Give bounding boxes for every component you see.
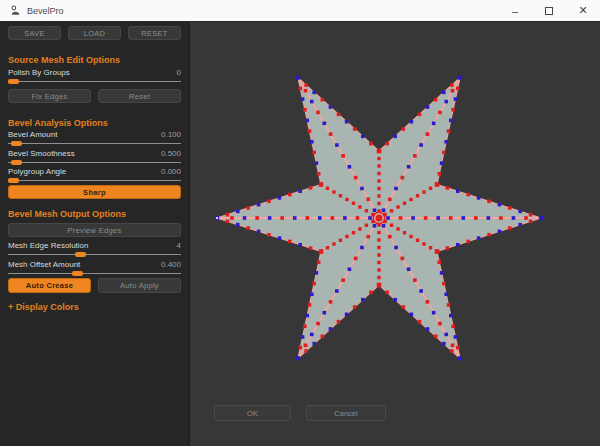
close-button[interactable]: ✕ [566, 0, 600, 21]
polygroup-angle-label: Polygroup Angle [8, 167, 66, 177]
file-button-row: SAVE LOAD RESET [8, 26, 181, 40]
window-title: BevelPro [27, 6, 64, 16]
bevel-smoothness-slider[interactable] [8, 159, 181, 167]
bevel-smoothness-value: 0.500 [161, 149, 181, 159]
section-title-source-mesh: Source Mesh Edit Options [8, 55, 181, 65]
polish-by-groups-label-row: Polish By Groups 0 [8, 68, 181, 78]
polygroup-angle-label-row: Polygroup Angle 0.000 [8, 167, 181, 177]
star-mesh-preview[interactable] [190, 22, 600, 446]
reset-button[interactable]: RESET [128, 26, 181, 40]
app-icon [10, 5, 21, 16]
polygroup-angle-slider[interactable] [8, 177, 181, 185]
polish-by-groups-value: 0 [177, 68, 181, 78]
mesh-offset-amount-value: 0.400 [161, 260, 181, 270]
section-title-bevel-output: Bevel Mesh Output Options [8, 209, 181, 219]
ok-button[interactable]: OK [214, 405, 291, 421]
maximize-icon [545, 7, 553, 15]
slider-handle[interactable] [11, 141, 22, 146]
auto-apply-button[interactable]: Auto Apply [98, 278, 181, 293]
preview-edges-button[interactable]: Preview Edges [8, 223, 181, 237]
titlebar: BevelPro – ✕ [0, 0, 600, 22]
edit-button-row: Fix Edges Reset [8, 89, 181, 103]
load-button[interactable]: LOAD [68, 26, 121, 40]
bevel-amount-label-row: Bevel Amount 0.100 [8, 130, 181, 140]
mesh-offset-amount-label-row: Mesh Offset Amount 0.400 [8, 260, 181, 270]
mesh-edge-resolution-value: 4 [177, 241, 181, 251]
mesh-edge-resolution-label: Mesh Edge Resolution [8, 241, 89, 251]
save-button[interactable]: SAVE [8, 26, 61, 40]
bevel-amount-slider[interactable] [8, 140, 181, 148]
sharp-button[interactable]: Sharp [8, 185, 181, 199]
slider-handle[interactable] [72, 271, 83, 276]
bevel-amount-value: 0.100 [161, 130, 181, 140]
maximize-button[interactable] [532, 0, 566, 21]
mesh-edge-resolution-label-row: Mesh Edge Resolution 4 [8, 241, 181, 251]
cancel-button[interactable]: Cancel [306, 405, 386, 421]
bevel-smoothness-label: Bevel Smoothness [8, 149, 75, 159]
mesh-offset-amount-slider[interactable] [8, 270, 181, 278]
polygroup-angle-value: 0.000 [161, 167, 181, 177]
polish-by-groups-label: Polish By Groups [8, 68, 70, 78]
sidebar: SAVE LOAD RESET Source Mesh Edit Options… [0, 22, 190, 446]
slider-handle[interactable] [75, 252, 86, 257]
fix-edges-button[interactable]: Fix Edges [8, 89, 91, 103]
section-title-bevel-analysis: Bevel Analysis Options [8, 118, 181, 128]
slider-handle[interactable] [8, 178, 19, 183]
preview-viewport[interactable]: OK Cancel [190, 22, 600, 446]
auto-button-row: Auto Crease Auto Apply [8, 278, 181, 293]
bevel-amount-label: Bevel Amount [8, 130, 57, 140]
slider-handle[interactable] [11, 160, 22, 165]
main-area: SAVE LOAD RESET Source Mesh Edit Options… [0, 22, 600, 446]
slider-handle[interactable] [8, 79, 19, 84]
display-colors-toggle[interactable]: + Display Colors [8, 302, 181, 312]
mesh-offset-amount-label: Mesh Offset Amount [8, 260, 80, 270]
polish-by-groups-slider[interactable] [8, 78, 181, 86]
bevel-smoothness-label-row: Bevel Smoothness 0.500 [8, 149, 181, 159]
window-controls: – ✕ [498, 0, 600, 21]
mesh-edge-resolution-slider[interactable] [8, 251, 181, 259]
reset-edges-button[interactable]: Reset [98, 89, 181, 103]
minimize-button[interactable]: – [498, 0, 532, 21]
auto-crease-button[interactable]: Auto Crease [8, 278, 91, 293]
